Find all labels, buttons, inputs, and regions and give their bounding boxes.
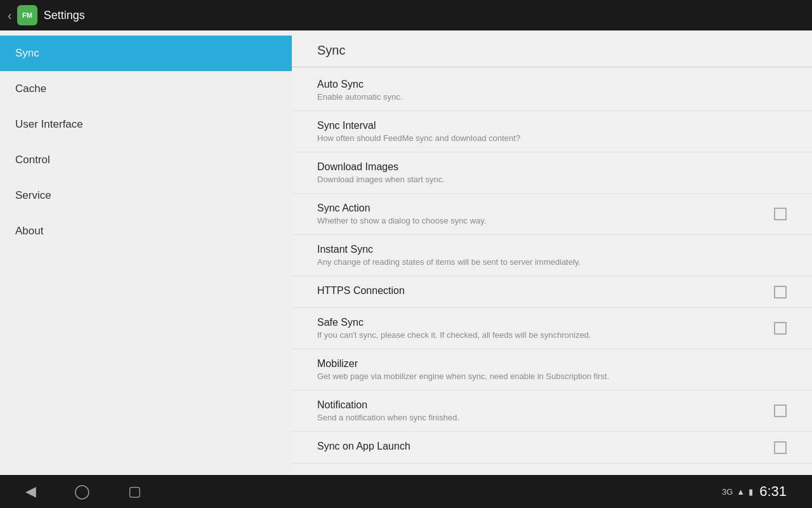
sidebar-item-user-interface[interactable]: User Interface bbox=[0, 107, 292, 142]
sidebar-item-about[interactable]: About bbox=[0, 213, 292, 249]
setting-row-download-images[interactable]: Download ImagesDownload images when star… bbox=[292, 152, 812, 194]
setting-text-instant-sync: Instant SyncAny change of reading states… bbox=[317, 244, 787, 267]
bottombar: ◀ ◯ ▢ 3G ▲ ▮ 6:31 bbox=[0, 475, 812, 508]
setting-row-sync-on-app-launch[interactable]: Sync on App Launch bbox=[292, 432, 812, 464]
page-title: Settings bbox=[44, 9, 85, 22]
setting-desc-sync-action: Whether to show a dialog to choose sync … bbox=[317, 216, 764, 225]
recents-nav-icon[interactable]: ▢ bbox=[128, 483, 141, 500]
setting-text-mobilizer: MobilizerGet web page via mobilizer engi… bbox=[317, 358, 787, 381]
signal-icon: ▲ bbox=[737, 487, 745, 497]
home-nav-icon[interactable]: ◯ bbox=[74, 483, 90, 500]
setting-row-sync-action[interactable]: Sync ActionWhether to show a dialog to c… bbox=[292, 194, 812, 235]
status-icons: 3G ▲ ▮ bbox=[722, 487, 753, 497]
back-nav-icon[interactable]: ◀ bbox=[25, 483, 36, 500]
setting-desc-notification: Send a notification when sync finished. bbox=[317, 413, 764, 422]
sidebar-item-cache[interactable]: Cache bbox=[0, 71, 292, 107]
system-info: 3G ▲ ▮ 6:31 bbox=[722, 483, 787, 500]
setting-title-mobilizer: Mobilizer bbox=[317, 358, 787, 370]
setting-row-auto-sync[interactable]: Auto SyncEnable automatic sync. bbox=[292, 70, 812, 111]
svg-text:FM: FM bbox=[22, 11, 32, 19]
setting-title-notification: Notification bbox=[317, 399, 764, 411]
setting-row-instant-sync[interactable]: Instant SyncAny change of reading states… bbox=[292, 235, 812, 276]
sidebar-item-service[interactable]: Service bbox=[0, 178, 292, 213]
setting-title-sync-action: Sync Action bbox=[317, 203, 764, 214]
setting-text-download-images: Download ImagesDownload images when star… bbox=[317, 161, 787, 184]
setting-desc-mobilizer: Get web page via mobilizer engine when s… bbox=[317, 371, 787, 381]
back-button[interactable]: ‹ bbox=[8, 8, 12, 23]
setting-title-instant-sync: Instant Sync bbox=[317, 244, 787, 255]
setting-desc-sync-interval: How often should FeedMe sync and downloa… bbox=[317, 133, 787, 143]
checkbox-sync-on-app-launch[interactable] bbox=[774, 441, 787, 454]
setting-title-safe-sync: Safe Sync bbox=[317, 317, 764, 328]
setting-row-notification[interactable]: NotificationSend a notification when syn… bbox=[292, 391, 812, 432]
setting-text-auto-sync: Auto SyncEnable automatic sync. bbox=[317, 79, 787, 102]
setting-row-sync-interval[interactable]: Sync IntervalHow often should FeedMe syn… bbox=[292, 111, 812, 152]
battery-icon: ▮ bbox=[749, 487, 753, 497]
setting-desc-download-images: Download images when start sync. bbox=[317, 175, 787, 184]
main-area: SyncCacheUser InterfaceControlServiceAbo… bbox=[0, 30, 812, 475]
setting-desc-instant-sync: Any change of reading states of items wi… bbox=[317, 257, 787, 267]
setting-text-sync-on-app-launch: Sync on App Launch bbox=[317, 441, 764, 454]
checkbox-sync-action[interactable] bbox=[774, 208, 787, 220]
setting-row-safe-sync[interactable]: Safe SyncIf you can't sync, please check… bbox=[292, 308, 812, 349]
topbar: ‹ FM Settings bbox=[0, 0, 812, 30]
content-panel: Sync Auto SyncEnable automatic sync.Sync… bbox=[292, 30, 812, 475]
setting-row-https-connection[interactable]: HTTPS Connection bbox=[292, 276, 812, 308]
nav-icons: ◀ ◯ ▢ bbox=[25, 483, 141, 500]
setting-text-safe-sync: Safe SyncIf you can't sync, please check… bbox=[317, 317, 764, 340]
app-icon: FM bbox=[17, 5, 37, 25]
sidebar-item-control[interactable]: Control bbox=[0, 142, 292, 178]
setting-desc-safe-sync: If you can't sync, please check it. If c… bbox=[317, 330, 764, 340]
setting-title-download-images: Download Images bbox=[317, 161, 787, 173]
checkbox-notification[interactable] bbox=[774, 404, 787, 417]
setting-text-https-connection: HTTPS Connection bbox=[317, 285, 764, 298]
sidebar-item-sync[interactable]: Sync bbox=[0, 36, 292, 71]
setting-text-sync-interval: Sync IntervalHow often should FeedMe syn… bbox=[317, 120, 787, 143]
setting-title-https-connection: HTTPS Connection bbox=[317, 285, 764, 297]
setting-title-auto-sync: Auto Sync bbox=[317, 79, 787, 90]
clock: 6:31 bbox=[759, 483, 787, 500]
network-indicator: 3G bbox=[722, 487, 733, 497]
checkbox-safe-sync[interactable] bbox=[774, 322, 787, 335]
setting-title-sync-interval: Sync Interval bbox=[317, 120, 787, 131]
sidebar: SyncCacheUser InterfaceControlServiceAbo… bbox=[0, 30, 292, 475]
setting-desc-auto-sync: Enable automatic sync. bbox=[317, 92, 787, 102]
checkbox-https-connection[interactable] bbox=[774, 286, 787, 298]
setting-title-sync-on-app-launch: Sync on App Launch bbox=[317, 441, 764, 452]
setting-row-mobilizer[interactable]: MobilizerGet web page via mobilizer engi… bbox=[292, 349, 812, 391]
content-header: Sync bbox=[292, 30, 812, 67]
setting-text-notification: NotificationSend a notification when syn… bbox=[317, 399, 764, 422]
setting-text-sync-action: Sync ActionWhether to show a dialog to c… bbox=[317, 203, 764, 225]
